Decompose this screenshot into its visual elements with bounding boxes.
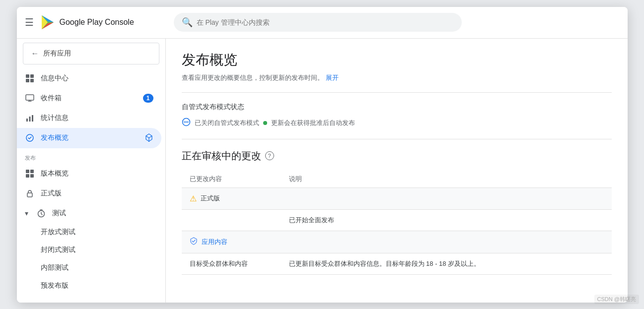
shield-icon	[190, 237, 198, 247]
review-title-text: 正在审核中的更改	[182, 149, 261, 163]
svg-rect-5	[30, 74, 34, 78]
sidebar-item-inbox-label: 收件箱	[41, 94, 137, 103]
sidebar-item-inbox[interactable]: 收件箱 1	[17, 88, 161, 108]
sidebar-item-internal-test[interactable]: 内部测试	[17, 259, 161, 277]
monitor-icon	[25, 93, 35, 103]
back-label: 所有应用	[43, 49, 71, 58]
timer-icon	[36, 208, 46, 218]
sidebar-item-dashboard-label: 信息中心	[41, 74, 153, 83]
warning-icon: ⚠	[190, 194, 197, 203]
barchart-icon	[25, 113, 35, 123]
table-cell-col2	[281, 187, 612, 209]
table-cell-col2: 已更新目标受众群体和内容信息。目标年龄段为 18 - 18 岁及以上。	[281, 253, 612, 274]
table-cell-col2	[281, 231, 612, 253]
internal-test-label: 内部测试	[41, 263, 69, 272]
table-cell-col1	[182, 209, 281, 231]
table-header-col2: 说明	[281, 171, 612, 188]
row1-col1-text: 正式版	[201, 194, 220, 203]
sidebar-item-test-label: 测试	[52, 209, 153, 218]
table-header-col1: 已更改内容	[182, 171, 281, 188]
sidebar-item-release-label: 发布概览	[41, 133, 139, 142]
svg-line-14	[149, 136, 152, 138]
managed-status: 已关闭自管式发布模式 更新会在获得批准后自动发布	[182, 118, 612, 129]
sidebar-item-test[interactable]: ▾ 测试	[17, 203, 161, 223]
svg-rect-9	[26, 119, 28, 122]
managed-section-title: 自管式发布模式状态	[182, 103, 612, 112]
sidebar-item-production-label: 正式版	[41, 189, 153, 198]
sidebar-item-version-label: 版本概览	[41, 169, 153, 178]
table-cell-col1: ⚠ 正式版	[182, 187, 281, 209]
release-section-label: 发布	[17, 148, 165, 164]
help-icon[interactable]: ?	[265, 151, 274, 160]
svg-rect-20	[27, 193, 32, 197]
release-icon	[25, 133, 35, 143]
app-title: Google Play Console	[60, 18, 134, 27]
svg-rect-6	[26, 79, 29, 82]
svg-rect-7	[30, 79, 34, 82]
expand-icon: ▾	[25, 209, 28, 217]
sidebar-item-release-overview[interactable]: 发布概览	[17, 128, 161, 148]
logo-area: Google Play Console	[40, 14, 134, 30]
expand-link[interactable]: 展开	[326, 73, 339, 82]
version-icon	[25, 169, 35, 179]
green-dot	[263, 121, 267, 125]
divider-2	[182, 139, 612, 139]
table-row: 应用内容	[182, 231, 612, 253]
table-row: 已开始全面发布	[182, 209, 612, 231]
main-layout: ← 所有应用 信息中心	[17, 39, 628, 303]
table-cell-col1: 目标受众群体和内容	[182, 253, 281, 274]
page-title: 发布概览	[182, 51, 612, 69]
app-content-link[interactable]: 应用内容	[202, 238, 227, 247]
pre-launch-label: 预发布版	[41, 281, 69, 290]
page-desc: 查看应用更改的概要信息，控制更新的发布时间。 展开	[182, 73, 612, 82]
sidebar-item-stats[interactable]: 统计信息	[17, 108, 161, 128]
sidebar-item-pre-launch[interactable]: 预发布版	[17, 277, 161, 295]
svg-rect-10	[29, 117, 30, 122]
search-input[interactable]	[197, 18, 454, 26]
sidebar: ← 所有应用 信息中心	[17, 39, 166, 303]
search-bar[interactable]: 🔍	[174, 13, 462, 32]
svg-rect-16	[26, 170, 29, 173]
svg-rect-4	[26, 74, 29, 78]
lock-icon	[25, 188, 35, 198]
sidebar-item-version-overview[interactable]: 版本概览	[17, 164, 161, 184]
svg-rect-8	[26, 95, 34, 100]
row-item-name: ⚠ 正式版	[190, 194, 273, 203]
svg-line-13	[146, 136, 149, 138]
main-content: 发布概览 查看应用更改的概要信息，控制更新的发布时间。 展开 自管式发布模式状态…	[166, 39, 628, 303]
table-row: 目标受众群体和内容 已更新目标受众群体和内容信息。目标年龄段为 18 - 18 …	[182, 253, 612, 274]
svg-rect-18	[26, 174, 29, 178]
open-test-label: 开放式测试	[41, 228, 75, 237]
sidebar-item-dashboard[interactable]: 信息中心	[17, 68, 161, 88]
grid-icon	[25, 73, 35, 83]
release-icon-right	[144, 133, 153, 143]
inbox-badge: 1	[143, 94, 153, 103]
svg-rect-19	[30, 174, 34, 178]
table-cell-col1: 应用内容	[182, 231, 281, 253]
page-desc-text: 查看应用更改的概要信息，控制更新的发布时间。	[182, 73, 324, 82]
closed-test-label: 封闭式测试	[41, 246, 75, 254]
back-arrow-icon: ←	[31, 49, 39, 58]
svg-rect-17	[30, 170, 34, 173]
watermark: CSDN @韩曙亮	[594, 295, 639, 304]
divider-1	[182, 92, 612, 93]
sidebar-item-stats-label: 统计信息	[41, 114, 153, 123]
sidebar-item-open-test[interactable]: 开放式测试	[17, 223, 161, 241]
managed-status-sub: 更新会在获得批准后自动发布	[271, 119, 355, 127]
managed-status-text: 已关闭自管式发布模式	[195, 119, 259, 127]
managed-status-icon	[182, 118, 191, 129]
table-row: ⚠ 正式版	[182, 187, 612, 209]
table-cell-col2: 已开始全面发布	[281, 209, 612, 231]
svg-rect-11	[32, 115, 33, 122]
row-item-name: 应用内容	[190, 237, 273, 247]
review-section-title: 正在审核中的更改 ?	[182, 149, 612, 163]
topbar: ☰ Google Play Console 🔍	[17, 7, 628, 39]
topbar-left: ☰ Google Play Console	[25, 14, 174, 30]
review-table: 已更改内容 说明 ⚠ 正式版	[182, 171, 612, 275]
sidebar-item-closed-test[interactable]: 封闭式测试	[17, 241, 161, 259]
google-play-logo	[40, 14, 56, 30]
hamburger-icon[interactable]: ☰	[25, 16, 34, 28]
sidebar-item-production[interactable]: 正式版	[17, 184, 161, 203]
back-button[interactable]: ← 所有应用	[23, 43, 159, 64]
search-icon: 🔍	[182, 17, 193, 28]
